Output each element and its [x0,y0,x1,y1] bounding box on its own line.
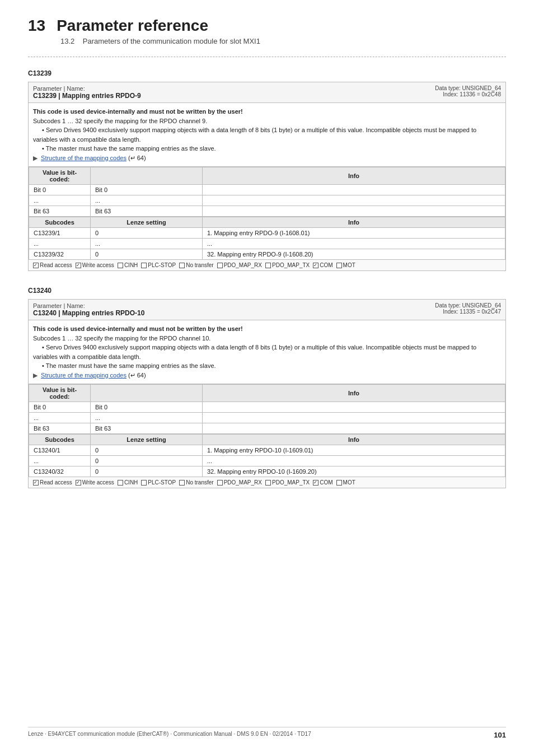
checkbox-empty-icon [141,263,147,268]
access-write: Write access [76,262,114,268]
bit-cell: Bit 0 [29,185,91,195]
bit-cell: Bit 0 [29,402,91,413]
sub-header-0-c13239: Subcodes [29,217,91,228]
desc-bold-c13239: This code is used device-internally and … [33,108,243,115]
chapter-number: 13 [28,17,45,35]
access-label-read: Read access [40,262,72,268]
bit-cell: Bit 63 [29,423,91,434]
desc-bullet2-c13240: • The master must have the same mapping … [42,362,216,369]
subcode-cell: ... [29,239,91,249]
checkbox-empty-icon [141,480,147,486]
checkbox-checked-icon [313,480,318,486]
desc-bullet1-c13240: • Servo Drives 9400 exclusively support … [33,344,476,360]
access-write: Write access [76,479,114,486]
section-divider [28,57,506,57]
bit-header-label-c13240: Value is bit-coded: [29,385,91,402]
lenze-cell: 0 [91,445,203,456]
footer-left: Lenze · E94AYCET communication module (E… [28,731,311,739]
access-cinh: CINH [118,262,138,268]
val-cell: Bit 0 [91,185,203,195]
info-cell: 1. Mapping entry RPDO-9 (I-1608.01) [203,228,505,239]
access-label-cinh: CINH [124,262,138,268]
subcode-row: ......... [29,239,505,249]
sub-header-2-c13240: Info [203,435,505,445]
subcode-cell: ... [29,456,91,466]
val-cell: Bit 0 [91,402,203,413]
val-cell: ... [91,413,203,423]
subcode-cell: C13240/32 [29,466,91,477]
param-label-c13240: Parameter | Name: [33,302,144,309]
info-cell: 32. Mapping entry RPDO-10 (I-1609.20) [203,466,505,477]
access-label-read: Read access [40,479,72,486]
checkbox-empty-icon [265,480,271,486]
param-header-c13240: Parameter | Name: C13240 | Mapping entri… [29,300,505,320]
desc-bold-c13240: This code is used device-internally and … [33,325,243,332]
checkbox-empty-icon [217,263,223,268]
access-bar-c13240: Read accessWrite accessCINHPLC-STOPNo tr… [29,477,505,488]
bit-header-info-c13240: Info [203,385,505,402]
section-c13239-anchor: C13239 [28,69,506,77]
structure-link-c13240[interactable]: Structure of the mapping codes [41,372,127,379]
checkbox-empty-icon [217,480,223,486]
access-label-pdo_map_rx: PDO_MAP_RX [224,262,262,268]
access-plc_stop: PLC-STOP [141,479,176,486]
info-cell [203,185,505,195]
param-name-c13240: C13240 | Mapping entries RPDO-10 [33,309,144,317]
subcode-row: C13239/101. Mapping entry RPDO-9 (I-1608… [29,228,505,239]
bit-header-empty-c13239 [91,167,203,185]
access-label-com: COM [320,262,332,268]
subcode-cell: C13239/32 [29,249,91,260]
checkbox-empty-icon [265,263,271,268]
subtitle-text: Parameters of the communication module f… [83,37,260,45]
info-cell: 32. Mapping entry RPDO-9 (I-1608.20) [203,249,505,260]
bit-table-c13239: Value is bit-coded: Info Bit 0Bit 0.....… [29,167,505,217]
bit-table-c13240: Value is bit-coded: Info Bit 0Bit 0.....… [29,384,505,434]
param-name-c13239: C13239 | Mapping entries RPDO-9 [33,92,141,100]
chapter-subtitle: 13.2 Parameters of the communication mod… [60,37,506,45]
access-label-write: Write access [82,262,114,268]
lenze-cell: ... [91,239,203,249]
val-cell: ... [91,195,203,206]
param-description-c13239: This code is used device-internally and … [29,103,505,167]
bit-row: ...... [29,195,505,206]
access-label-plc_stop: PLC-STOP [148,262,176,268]
access-pdo_map_tx: PDO_MAP_TX [265,479,310,486]
sub-header-1-c13240: Lenze setting [91,435,203,445]
access-com: COM [313,262,332,268]
bit-cell: Bit 63 [29,206,91,217]
info-cell [203,423,505,434]
access-label-plc_stop: PLC-STOP [148,479,176,486]
lenze-cell: 0 [91,466,203,477]
section-c13240-anchor: C13240 [28,287,506,295]
bit-row: Bit 0Bit 0 [29,402,505,413]
desc-bullet1-c13239: • Servo Drives 9400 exclusively support … [33,127,476,143]
lenze-cell: 0 [91,249,203,260]
checkbox-empty-icon [179,263,185,268]
info-cell [203,206,505,217]
access-label-pdo_map_tx: PDO_MAP_TX [272,262,310,268]
desc-line1-c13240: Subcodes 1 … 32 specify the mapping for … [33,335,210,342]
param-header-c13239: Parameter | Name: C13239 | Mapping entri… [29,82,505,103]
param-label-c13239: Parameter | Name: [33,85,141,92]
access-read: Read access [33,479,72,486]
sub-header-1-c13239: Lenze setting [91,217,203,228]
val-cell: Bit 63 [91,206,203,217]
access-mot: MOT [336,479,355,486]
page-header: 13 Parameter reference 13.2 Parameters o… [28,17,506,45]
param-box-c13240: Parameter | Name: C13240 | Mapping entri… [28,299,506,488]
param-header-right-c13240: Data type: UNSIGNED_64 Index: 11335 = 0x… [435,302,501,315]
access-no_transfer: No transfer [179,262,213,268]
bit-header-label-c13239: Value is bit-coded: [29,167,91,185]
desc-bullet2-c13239: • The master must have the same mapping … [42,145,216,152]
bit-row: ...... [29,413,505,423]
structure-link-c13239[interactable]: Structure of the mapping codes [41,155,127,161]
val-cell: Bit 63 [91,423,203,434]
data-type-c13240: Data type: UNSIGNED_64 [435,302,501,309]
access-label-com: COM [320,479,332,486]
info-cell: ... [203,456,505,466]
lenze-cell: 0 [91,228,203,239]
checkbox-empty-icon [118,263,123,268]
subcode-row: ...0... [29,456,505,466]
access-com: COM [313,479,332,486]
bit-header-info-c13239: Info [203,167,505,185]
